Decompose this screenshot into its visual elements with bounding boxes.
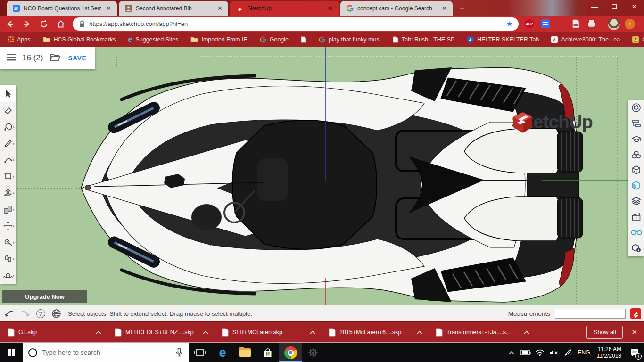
tool-paint-bucket[interactable] <box>0 118 16 135</box>
tool-pencil[interactable] <box>0 135 16 151</box>
window-close-button[interactable]: ✕ <box>624 0 644 14</box>
redo-icon[interactable] <box>19 307 31 320</box>
bookmark-apps[interactable]: Apps <box>8 36 31 43</box>
menu-hamburger-icon[interactable] <box>7 53 16 63</box>
panel-model-info[interactable] <box>628 240 644 255</box>
tab-close-icon[interactable]: ✕ <box>105 5 112 12</box>
language-indicator[interactable]: ENG <box>575 349 593 356</box>
tab-google-search[interactable]: concept cars - Google Search ✕ <box>340 1 453 16</box>
save-button[interactable]: SAVE <box>68 55 86 62</box>
download-item[interactable]: MERCEDES+BENZ....skp <box>107 322 214 342</box>
reload-button[interactable] <box>37 17 51 31</box>
settings-taskbar-button[interactable] <box>302 343 324 362</box>
tool-offset[interactable] <box>0 201 16 217</box>
panel-instructor[interactable] <box>628 131 644 147</box>
volume-muted-icon[interactable] <box>547 343 561 362</box>
panel-outliner[interactable] <box>628 115 644 131</box>
model-car[interactable] <box>81 67 583 302</box>
open-folder-icon[interactable] <box>50 53 61 63</box>
chevron-up-icon[interactable] <box>95 330 102 335</box>
language-globe-icon[interactable] <box>50 307 62 320</box>
show-all-downloads-button[interactable]: Show all <box>586 326 623 339</box>
bookmark-google[interactable]: Google <box>260 36 289 43</box>
battery-icon[interactable] <box>519 343 533 362</box>
edge-taskbar-button[interactable] <box>211 343 234 362</box>
print-extension-icon[interactable] <box>586 19 597 29</box>
chrome-taskbar-button[interactable] <box>279 343 302 362</box>
tab-close-icon[interactable]: ✕ <box>216 5 223 12</box>
panel-styles[interactable] <box>628 178 644 193</box>
panel-scenes[interactable] <box>628 209 644 224</box>
bookmarks-overflow-chevron[interactable]: » <box>634 35 637 43</box>
bookmark-tab-rush[interactable]: Tab: Rush - THE SPIRI <box>393 36 454 43</box>
tool-push-pull[interactable] <box>0 184 16 201</box>
bookmark-achieve3000[interactable]: Achieve3000: The Lea <box>551 36 620 43</box>
tool-orbit[interactable] <box>0 267 16 283</box>
chevron-up-icon[interactable] <box>309 330 316 335</box>
tool-arc[interactable] <box>0 151 16 168</box>
docs-offline-extension-icon[interactable] <box>540 19 551 29</box>
adblock-extension-icon[interactable]: ABP <box>524 19 535 29</box>
chevron-up-icon[interactable] <box>523 330 530 335</box>
file-explorer-button[interactable] <box>234 343 256 362</box>
store-button[interactable] <box>256 343 279 362</box>
wifi-icon[interactable] <box>533 343 547 362</box>
bookmark-helter-skelter[interactable]: HELTER SKELTER Tab <box>467 36 539 43</box>
window-restore-button[interactable] <box>604 0 624 14</box>
tool-select[interactable] <box>0 85 16 102</box>
tab-doc1[interactable]: NCO Board Questions 1st Sem S ✕ <box>7 1 117 16</box>
profile-avatar[interactable] <box>608 18 620 30</box>
task-view-button[interactable] <box>189 343 211 362</box>
help-icon[interactable] <box>34 307 47 320</box>
action-center-button[interactable]: 1 <box>625 343 644 362</box>
upgrade-now-button[interactable]: Upgrade Now <box>2 290 87 303</box>
chevron-up-icon[interactable] <box>416 330 423 335</box>
file-icon <box>222 328 229 337</box>
tool-rectangle[interactable] <box>0 168 16 184</box>
tool-eraser[interactable] <box>0 102 16 118</box>
undo-icon[interactable] <box>3 307 16 320</box>
taskbar-search[interactable] <box>23 343 189 362</box>
tab-close-icon[interactable]: ✕ <box>441 5 448 12</box>
microphone-icon[interactable] <box>175 348 183 357</box>
download-item[interactable]: Transformers+-+Ja....s... <box>428 322 535 342</box>
bookmark-folder-ie[interactable]: Imported From IE <box>190 36 247 43</box>
tab-sketchup[interactable]: SketchUp ✕ <box>230 1 339 16</box>
tool-tape-measure[interactable] <box>0 234 16 250</box>
panel-tags[interactable] <box>628 193 644 209</box>
pen-icon[interactable] <box>561 343 575 362</box>
close-downloads-icon[interactable]: ✕ <box>631 328 637 337</box>
pdf-extension-icon[interactable] <box>570 19 581 29</box>
forward-button[interactable] <box>20 17 34 31</box>
back-button[interactable] <box>3 17 17 31</box>
new-tab-button[interactable]: + <box>455 2 469 15</box>
hidden-icons-chevron[interactable] <box>504 343 519 362</box>
panel-components[interactable] <box>628 147 644 162</box>
panel-entity-info[interactable] <box>628 100 644 115</box>
tab-doc2[interactable]: Second Annotated Bib ✕ <box>119 1 228 16</box>
chevron-up-icon[interactable] <box>202 330 209 335</box>
download-item[interactable]: 2015+McLaren+6....skp <box>321 322 428 342</box>
bookmark-star-icon[interactable]: ★ <box>506 19 513 28</box>
tab-close-icon[interactable]: ✕ <box>327 5 334 12</box>
update-chrome-icon[interactable]: ↑ <box>625 19 635 29</box>
measurements-input[interactable] <box>555 309 626 319</box>
bookmark-funky-music[interactable]: play that funky music <box>319 36 380 43</box>
address-bar[interactable]: https://app.sketchup.com/app?hl=en ★ <box>73 17 519 31</box>
home-button[interactable] <box>54 17 68 31</box>
taskbar-clock[interactable]: 11:26 AM 11/2/2018 <box>593 346 626 360</box>
panel-materials[interactable] <box>628 162 644 178</box>
bookmark-folder-hcs[interactable]: HCS Global Bookmarks <box>43 36 116 43</box>
start-button[interactable] <box>0 343 23 362</box>
window-minimize-button[interactable]: — <box>585 0 604 14</box>
tool-move[interactable] <box>0 217 16 234</box>
panel-display[interactable] <box>628 224 644 240</box>
bookmark-suggested-sites[interactable]: Suggested Sites <box>128 35 179 44</box>
search-input[interactable] <box>42 349 175 356</box>
tool-walk[interactable] <box>0 250 16 267</box>
download-item[interactable]: SLR+MCLaren.skp <box>214 322 321 342</box>
bookmark-blank-page[interactable] <box>301 36 306 43</box>
url-text[interactable]: https://app.sketchup.com/app?hl=en <box>89 20 506 27</box>
download-item[interactable]: GT.skp <box>0 322 107 342</box>
modeling-canvas[interactable]: SketchUp <box>0 47 644 305</box>
